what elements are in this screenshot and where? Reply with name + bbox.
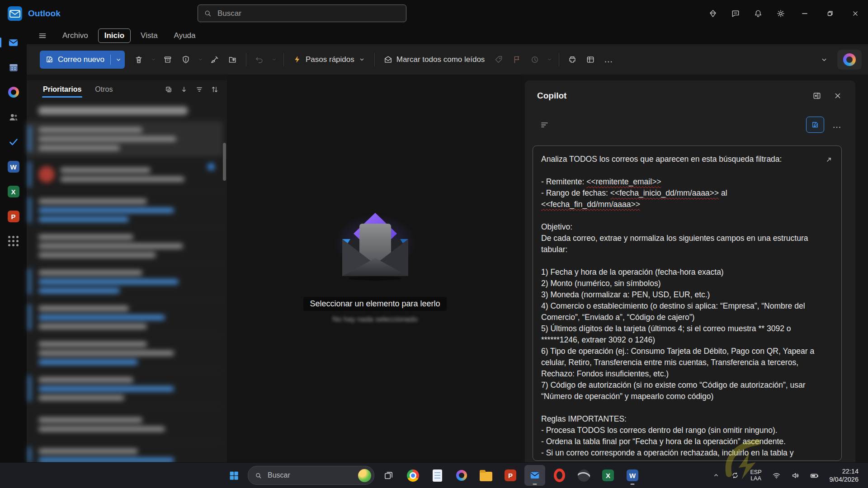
- feedback-icon[interactable]: [724, 0, 747, 27]
- email-list-item[interactable]: [27, 442, 223, 463]
- report-dropdown[interactable]: [195, 51, 205, 69]
- prompt-line: [541, 402, 820, 413]
- battery-button[interactable]: [805, 466, 823, 485]
- close-copilot-button[interactable]: [831, 89, 844, 103]
- tag-button[interactable]: [490, 51, 507, 69]
- undo-dropdown[interactable]: [269, 51, 279, 69]
- start-button[interactable]: [223, 465, 244, 486]
- volume-button[interactable]: [786, 466, 804, 485]
- archive-button[interactable]: [159, 51, 176, 69]
- copilot-prompt-message[interactable]: Analiza TODOS los correos que aparecen e…: [533, 145, 842, 461]
- powerpoint-taskbar-button[interactable]: P: [500, 465, 521, 486]
- clock-indicator[interactable]: 22:14 9/04/2026: [824, 466, 864, 485]
- rail-people-button[interactable]: [3, 107, 24, 127]
- tab-vista[interactable]: Vista: [135, 29, 164, 42]
- snooze-icon: [530, 55, 539, 64]
- prompt-line: - Ordena la tabla final por “Fecha y hor…: [541, 436, 820, 447]
- print-button[interactable]: [564, 51, 581, 69]
- table-tools-button[interactable]: [582, 51, 599, 69]
- bing-highlight-icon[interactable]: [358, 469, 371, 482]
- bell-icon[interactable]: [747, 0, 769, 27]
- move-to-button[interactable]: [224, 51, 241, 69]
- document-app-button[interactable]: [427, 465, 448, 486]
- email-list-item[interactable]: [27, 121, 223, 157]
- copilot-taskbar-button[interactable]: [451, 465, 472, 486]
- taskbar-search-input[interactable]: [267, 471, 354, 480]
- new-mail-button[interactable]: Correo nuevo: [40, 51, 125, 69]
- delete-button[interactable]: [130, 51, 147, 69]
- filter-button[interactable]: [193, 83, 206, 96]
- select-all-button[interactable]: [162, 83, 175, 96]
- search-input[interactable]: [217, 9, 401, 19]
- tray-chevron-button[interactable]: [707, 466, 725, 485]
- taskbar-search[interactable]: [248, 466, 374, 485]
- open-pane-button[interactable]: [810, 89, 824, 103]
- sort-button[interactable]: [208, 83, 222, 96]
- email-group-header[interactable]: [27, 100, 223, 121]
- xbox-button[interactable]: [573, 465, 594, 486]
- move-to-icon: [228, 55, 237, 64]
- menu-icon[interactable]: [33, 28, 52, 43]
- list-scrollbar[interactable]: [223, 143, 226, 181]
- email-list-item[interactable]: [27, 264, 223, 300]
- minimize-button[interactable]: [792, 0, 817, 27]
- new-chat-button[interactable]: [806, 117, 824, 133]
- quick-steps-button[interactable]: Pasos rápidos: [288, 51, 370, 69]
- chrome-button[interactable]: [402, 465, 423, 486]
- sort-order-button[interactable]: [177, 83, 191, 96]
- report-button[interactable]: [177, 51, 194, 69]
- table-icon: [586, 55, 595, 64]
- file-explorer-button[interactable]: [476, 465, 496, 486]
- mark-all-read-button[interactable]: Marcar todos como leídos: [379, 51, 490, 69]
- email-list-item[interactable]: [27, 228, 223, 264]
- maximize-button[interactable]: [817, 0, 843, 27]
- excel-taskbar-button[interactable]: X: [598, 465, 618, 486]
- tab-otros[interactable]: Otros: [94, 83, 113, 96]
- wifi-button[interactable]: [767, 466, 785, 485]
- rail-mail-button[interactable]: [3, 32, 24, 53]
- email-list-item[interactable]: [27, 407, 223, 442]
- tab-prioritarios[interactable]: Prioritarios: [42, 83, 82, 96]
- email-list-item[interactable]: [27, 192, 223, 228]
- tab-inicio[interactable]: Inicio: [99, 29, 130, 42]
- email-list-item[interactable]: [27, 300, 223, 335]
- email-list-item[interactable]: [27, 371, 223, 407]
- unread-accent-bar: [28, 161, 31, 188]
- settings-gear-icon[interactable]: [769, 0, 792, 27]
- more-options-button[interactable]: …: [600, 51, 617, 69]
- undo-button[interactable]: [251, 51, 268, 69]
- prompt-line: 7) Código de autorización (si no existe …: [541, 380, 820, 402]
- outlook-taskbar-button[interactable]: [524, 465, 545, 486]
- premium-diamond-icon[interactable]: [702, 0, 724, 27]
- rail-more-apps-button[interactable]: [3, 231, 24, 252]
- flag-button[interactable]: [508, 51, 525, 69]
- tab-archivo[interactable]: Archivo: [57, 29, 94, 42]
- word-taskbar-button[interactable]: W: [622, 465, 643, 486]
- prompt-list-button[interactable]: [537, 117, 552, 132]
- snooze-button[interactable]: [526, 51, 543, 69]
- rail-excel-button[interactable]: X: [3, 181, 24, 202]
- ribbon-collapse-button[interactable]: [816, 51, 833, 69]
- sync-tray-button[interactable]: [726, 466, 744, 485]
- sweep-button[interactable]: [206, 51, 223, 69]
- expand-icon[interactable]: [822, 153, 835, 166]
- copilot-more-button[interactable]: …: [830, 120, 844, 130]
- menubar: Archivo Inicio Vista Ayuda: [27, 27, 868, 44]
- rail-word-button[interactable]: W: [3, 156, 24, 177]
- rail-copilot-button[interactable]: [3, 82, 24, 103]
- opera-button[interactable]: [549, 465, 570, 486]
- rail-powerpoint-button[interactable]: P: [3, 206, 24, 227]
- rail-calendar-button[interactable]: [3, 57, 24, 78]
- email-list-item[interactable]: [27, 335, 223, 371]
- language-indicator[interactable]: ESP LAA: [745, 466, 766, 485]
- excel-icon: X: [602, 469, 614, 481]
- rail-todo-button[interactable]: [3, 131, 24, 152]
- delete-dropdown[interactable]: [148, 51, 158, 69]
- tab-ayuda[interactable]: Ayuda: [168, 29, 202, 42]
- snooze-dropdown[interactable]: [544, 51, 554, 69]
- task-view-button[interactable]: [378, 465, 399, 486]
- email-list-item[interactable]: [27, 157, 223, 192]
- copilot-ribbon-button[interactable]: [837, 50, 862, 70]
- close-button[interactable]: [843, 0, 868, 27]
- global-search[interactable]: [198, 5, 406, 22]
